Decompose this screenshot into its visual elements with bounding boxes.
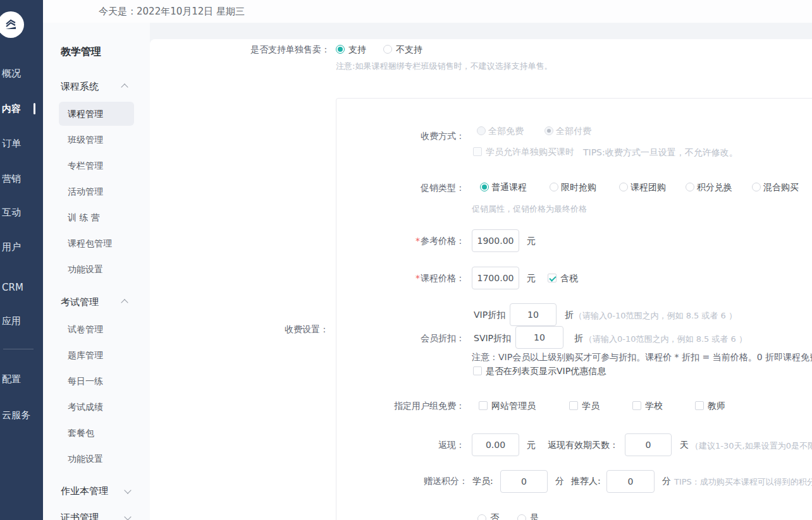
sidebar-item-paper-mgmt[interactable]: 试卷管理 — [68, 324, 103, 336]
single-sale-radio-yes-label[interactable]: 支持 — [348, 44, 366, 56]
sidebar-item-column-mgmt[interactable]: 专栏管理 — [68, 160, 103, 172]
rail-item-config[interactable]: 配置 — [2, 373, 21, 385]
svip-discount-unit: 折 — [574, 333, 583, 344]
gift-points-student-input[interactable] — [500, 470, 548, 493]
show-vip-info-label[interactable]: 是否在列表页显示VIP优惠信息 — [486, 366, 606, 377]
reference-price-input[interactable] — [472, 229, 519, 252]
sidebar-item-exam-feature-settings[interactable]: 功能设置 — [68, 454, 103, 465]
promo-points-label[interactable]: 积分兑换 — [697, 182, 732, 193]
charge-mode-paid-label[interactable]: 全部付费 — [556, 126, 591, 137]
stacked-books-icon — [3, 17, 18, 32]
sidebar-item-exam-results[interactable]: 考试成绩 — [68, 402, 103, 413]
promo-normal-radio[interactable] — [480, 183, 489, 191]
group-student-label[interactable]: 学员 — [582, 401, 600, 412]
single-sale-radio-yes[interactable] — [336, 45, 345, 54]
promo-mixed-radio[interactable] — [752, 183, 761, 191]
cashback-days-unit: 天 — [680, 440, 689, 451]
sidebar-item-training-camp[interactable]: 训 练 营 — [68, 212, 100, 224]
bottom-radio-no[interactable] — [477, 514, 486, 520]
sidebar-title: 教学管理 — [61, 45, 101, 59]
cashback-hint: （建议1-30天,如果设置为0是不限制） — [691, 440, 812, 452]
charge-mode-radio-paid[interactable] — [544, 126, 553, 135]
fee-settings-label: 收费设置： — [202, 324, 329, 336]
group-teacher-checkbox[interactable] — [695, 401, 704, 410]
group-teacher-label[interactable]: 教师 — [708, 401, 725, 412]
sidebar-item-class-mgmt[interactable]: 班级管理 — [68, 135, 103, 146]
group-admin-label[interactable]: 网站管理员 — [491, 401, 536, 412]
sidebar-item-activity-mgmt[interactable]: 活动管理 — [68, 186, 103, 198]
gift-points-referrer-input[interactable] — [606, 470, 655, 493]
member-discount-label: 会员折扣： — [338, 333, 465, 344]
course-price-unit: 元 — [527, 273, 536, 284]
gift-points-unit1: 分 — [555, 476, 564, 487]
rail-item-orders[interactable]: 订单 — [2, 138, 21, 150]
allow-single-lesson-label[interactable]: 学员允许单独购买课时 — [486, 147, 574, 158]
rail-item-overview[interactable]: 概况 — [2, 68, 21, 80]
cashback-input[interactable] — [472, 433, 519, 456]
promo-type-label: 促销类型： — [338, 183, 465, 194]
sidebar-group-homework-mgmt[interactable]: 作业本管理 — [61, 485, 108, 497]
sidebar-item-feature-settings[interactable]: 功能设置 — [68, 264, 103, 275]
sidebar-item-course-package[interactable]: 课程包管理 — [68, 238, 112, 250]
group-admin-checkbox[interactable] — [479, 401, 488, 410]
charge-mode-free-label[interactable]: 全部免费 — [488, 126, 524, 137]
member-discount-note: 注意：VIP会员以上级别购买才可参与折扣。课程价 * 折扣 = 当前价格。0 折… — [472, 352, 812, 363]
rail-item-content[interactable]: 内容 — [2, 103, 21, 115]
app-logo[interactable] — [0, 11, 24, 38]
free-user-groups-label: 指定用户组免费： — [338, 401, 465, 412]
tax-included-checkbox[interactable] — [548, 274, 557, 282]
charge-mode-radio-free[interactable] — [477, 126, 486, 135]
teaching-sidebar: 教学管理 课程系统 课程管理 班级管理 专栏管理 活动管理 训 练 营 课程包管… — [43, 23, 150, 520]
rail-item-users[interactable]: 用户 — [2, 241, 21, 253]
cashback-days-input[interactable] — [625, 433, 672, 456]
promo-mixed-label[interactable]: 混合购买 — [763, 182, 799, 193]
group-student-checkbox[interactable] — [569, 401, 578, 410]
primary-nav-rail: 概况 内容 订单 营销 互动 用户 CRM 应用 配置 云服务 — [0, 0, 43, 520]
tax-included-label[interactable]: 含税 — [560, 273, 578, 284]
promo-group-label[interactable]: 课程团购 — [631, 182, 666, 193]
course-price-input[interactable] — [472, 267, 519, 289]
vip-discount-input[interactable] — [510, 303, 557, 326]
sidebar-group-exam-mgmt[interactable]: 考试管理 — [61, 296, 99, 308]
top-bar: 今天是：2022年10月12日 星期三 — [43, 0, 812, 23]
rail-item-crm[interactable]: CRM — [2, 282, 23, 293]
sidebar-item-daily-practice[interactable]: 每日一练 — [68, 376, 103, 387]
single-sale-radio-no-label[interactable]: 不支持 — [396, 44, 422, 56]
rail-active-indicator — [34, 103, 35, 114]
rail-item-apps[interactable]: 应用 — [2, 315, 21, 327]
promo-normal-label[interactable]: 普通课程 — [491, 182, 527, 193]
bottom-radio-no-label[interactable]: 否 — [490, 512, 499, 520]
sidebar-item-combo-package[interactable]: 套餐包 — [68, 428, 94, 439]
group-school-label[interactable]: 学校 — [645, 401, 663, 412]
single-sale-radio-no[interactable] — [383, 45, 392, 54]
rail-item-interact[interactable]: 互动 — [2, 207, 21, 219]
svip-discount-input[interactable] — [515, 326, 563, 349]
chevron-up-icon[interactable] — [121, 299, 128, 306]
gift-points-referrer-label: 推荐人: — [571, 476, 601, 487]
promo-flash-radio[interactable] — [550, 183, 558, 191]
sidebar-item-course-mgmt[interactable]: 课程管理 — [68, 109, 103, 120]
sidebar-item-question-bank[interactable]: 题库管理 — [68, 350, 103, 361]
single-sale-note: 注意:如果课程捆绑专栏班级销售时，不建议选择支持单售。 — [336, 61, 552, 72]
promo-flash-label[interactable]: 限时抢购 — [561, 182, 596, 193]
svip-discount-label: SVIP折扣 — [474, 333, 511, 344]
allow-single-lesson-checkbox[interactable] — [473, 147, 482, 156]
chevron-up-icon[interactable] — [121, 83, 128, 90]
promo-group-radio[interactable] — [619, 183, 628, 191]
required-asterisk: * — [415, 273, 420, 283]
sidebar-group-certificate-mgmt[interactable]: 证书管理 — [61, 512, 99, 520]
group-school-checkbox[interactable] — [632, 401, 641, 410]
bottom-radio-yes-label[interactable]: 是 — [530, 512, 539, 520]
sidebar-group-course-system[interactable]: 课程系统 — [61, 81, 99, 93]
chevron-down-icon[interactable] — [124, 487, 131, 493]
rail-item-cloud[interactable]: 云服务 — [2, 409, 30, 421]
charge-mode-tips: TIPS:收费方式一旦设置，不允许修改。 — [583, 147, 738, 159]
required-asterisk: * — [415, 236, 420, 246]
promo-points-radio[interactable] — [686, 183, 694, 191]
bottom-radio-yes[interactable] — [517, 514, 526, 520]
rail-item-marketing[interactable]: 营销 — [2, 173, 21, 185]
reference-price-unit: 元 — [527, 236, 536, 247]
show-vip-info-checkbox[interactable] — [473, 366, 482, 375]
gift-points-student-label: 学员: — [472, 476, 493, 487]
chevron-down-icon[interactable] — [124, 513, 131, 520]
